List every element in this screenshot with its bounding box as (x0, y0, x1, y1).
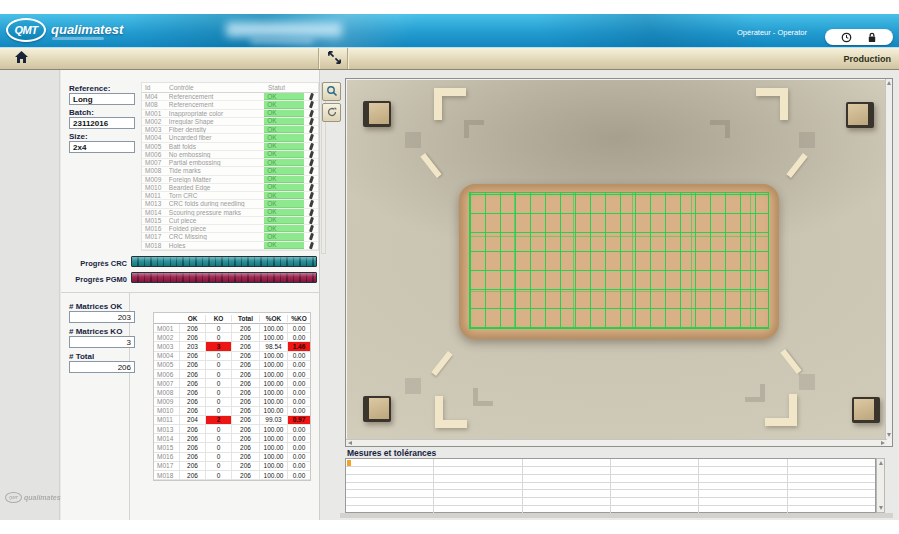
matrices-total-input[interactable] (69, 361, 135, 373)
measures-cell[interactable] (788, 490, 875, 497)
measures-cell[interactable] (699, 498, 787, 505)
stats-row[interactable]: M009 206 0 206 100.00 0.00 (154, 398, 310, 407)
stats-row[interactable]: M007 206 0 206 100.00 0.00 (154, 379, 310, 388)
measures-cell[interactable] (611, 475, 699, 482)
control-row[interactable]: M011 Torn CRC OK (142, 192, 318, 200)
edit-icon[interactable] (304, 209, 318, 216)
stats-row[interactable]: M006 206 0 206 100.00 0.00 (154, 370, 310, 379)
measures-cell[interactable] (523, 467, 611, 474)
control-row[interactable]: M001 Inappropriate color OK (142, 110, 318, 118)
matrices-ko-input[interactable] (69, 336, 135, 348)
measures-cell[interactable] (699, 490, 787, 497)
measures-cell[interactable] (699, 475, 787, 482)
scroll-up-icon[interactable] (887, 81, 891, 85)
edit-icon[interactable] (304, 93, 318, 100)
measures-cell[interactable] (611, 467, 699, 474)
stats-row[interactable]: M001 206 0 206 100.00 0.00 (154, 324, 310, 333)
stats-row[interactable]: M004 206 0 206 100.00 0.00 (154, 352, 310, 361)
edit-icon[interactable] (304, 192, 318, 199)
measures-cell[interactable] (346, 459, 434, 466)
measures-cell[interactable] (434, 506, 522, 513)
stats-row[interactable]: M010 206 0 206 100.00 0.00 (154, 407, 310, 416)
control-row[interactable]: M002 Irregular Shape OK (142, 118, 318, 126)
stats-row[interactable]: M017 206 0 206 100.00 0.00 (154, 462, 310, 471)
measures-cell[interactable] (523, 475, 611, 482)
home-button[interactable] (8, 50, 34, 68)
measures-cell[interactable] (523, 483, 611, 490)
edit-icon[interactable] (304, 225, 318, 232)
measures-row[interactable] (346, 498, 875, 506)
edit-icon[interactable] (304, 233, 318, 240)
control-row[interactable]: M006 No embossing OK (142, 151, 318, 159)
scroll-down-icon[interactable] (879, 506, 883, 510)
fullscreen-button[interactable] (322, 50, 346, 68)
viewer-horizontal-scrollbar[interactable] (346, 439, 887, 446)
edit-icon[interactable] (304, 101, 318, 108)
edit-icon[interactable] (304, 159, 318, 166)
control-row[interactable]: M08 Referencement OK (142, 101, 318, 109)
measures-cell[interactable] (699, 467, 787, 474)
lock-icon[interactable] (867, 32, 877, 43)
reference-input[interactable] (69, 93, 135, 105)
control-row[interactable]: M017 CRC Missing OK (142, 233, 318, 241)
measures-cell[interactable] (434, 483, 522, 490)
stats-row[interactable]: M011 204 2 206 99.03 0.97 (154, 416, 310, 425)
rotate-button[interactable] (322, 103, 341, 122)
measures-cell[interactable] (611, 498, 699, 505)
control-row[interactable]: M005 Batt folds OK (142, 143, 318, 151)
measures-cell[interactable] (346, 506, 434, 513)
matrices-ok-input[interactable] (69, 311, 135, 323)
measures-cell[interactable] (434, 467, 522, 474)
measures-cell[interactable] (346, 467, 434, 474)
scroll-right-icon[interactable] (881, 441, 885, 445)
control-row[interactable]: M013 CRC folds during needling OK (142, 200, 318, 208)
measures-cell[interactable] (788, 467, 875, 474)
measures-row[interactable] (346, 490, 875, 498)
zoom-button[interactable] (322, 82, 341, 101)
stats-row[interactable]: M008 206 0 206 100.00 0.00 (154, 388, 310, 397)
measures-cell[interactable] (699, 506, 787, 513)
stats-row[interactable]: M016 206 0 206 100.00 0.00 (154, 453, 310, 462)
stats-row[interactable]: M005 206 0 206 100.00 0.00 (154, 361, 310, 370)
measures-row[interactable] (346, 467, 875, 475)
session-pill[interactable] (825, 29, 893, 45)
measures-cell[interactable] (346, 475, 434, 482)
measures-cell[interactable] (788, 475, 875, 482)
control-row[interactable]: M007 Partial embossing OK (142, 159, 318, 167)
session-clock-icon[interactable] (841, 32, 852, 43)
measures-cell[interactable] (523, 459, 611, 466)
measures-cell[interactable] (611, 483, 699, 490)
control-row[interactable]: M004 Uncarded fiber OK (142, 134, 318, 142)
stats-row[interactable]: M013 206 0 206 100.00 0.00 (154, 425, 310, 434)
measures-cell[interactable] (523, 498, 611, 505)
measures-cell[interactable] (346, 498, 434, 505)
control-row[interactable]: M010 Bearded Edge OK (142, 184, 318, 192)
scroll-left-icon[interactable] (348, 441, 352, 445)
edit-icon[interactable] (304, 118, 318, 125)
measures-cell[interactable] (611, 506, 699, 513)
control-row[interactable]: M016 Folded piece OK (142, 225, 318, 233)
control-row[interactable]: M009 Foreign Matter OK (142, 176, 318, 184)
edit-icon[interactable] (304, 200, 318, 207)
edit-icon[interactable] (304, 184, 318, 191)
scroll-up-icon[interactable] (879, 461, 883, 465)
measures-cell[interactable] (523, 506, 611, 513)
stats-row[interactable]: M014 206 0 206 100.00 0.00 (154, 434, 310, 443)
stats-row[interactable]: M018 206 0 206 100.00 0.00 (154, 471, 310, 480)
edit-icon[interactable] (304, 217, 318, 224)
measures-cell[interactable] (523, 490, 611, 497)
control-row[interactable]: M014 Scouring pressure marks OK (142, 209, 318, 217)
edit-icon[interactable] (304, 134, 318, 141)
measures-cell[interactable] (346, 490, 434, 497)
measures-cell[interactable] (788, 483, 875, 490)
control-row[interactable]: M018 Holes OK (142, 242, 318, 250)
viewer-vertical-scrollbar[interactable] (885, 79, 892, 439)
stats-row[interactable]: M002 206 0 206 100.00 0.00 (154, 333, 310, 342)
measures-row[interactable] (346, 459, 875, 467)
scroll-down-icon[interactable] (887, 433, 891, 437)
stats-row[interactable]: M003 203 3 206 98.54 1.46 (154, 342, 310, 351)
edit-icon[interactable] (304, 110, 318, 117)
measures-cell[interactable] (434, 490, 522, 497)
measures-cell[interactable] (788, 506, 875, 513)
edit-icon[interactable] (304, 126, 318, 133)
